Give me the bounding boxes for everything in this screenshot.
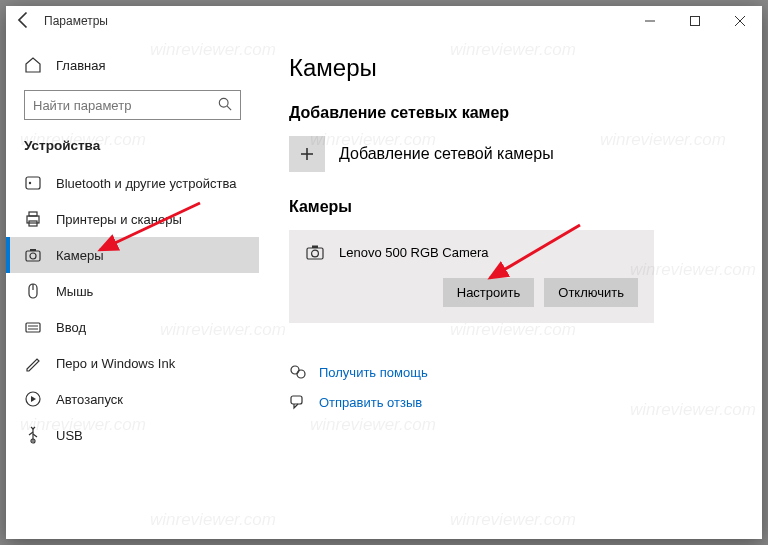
settings-window: Параметры Главная — [6, 6, 762, 539]
titlebar: Параметры — [6, 6, 762, 36]
pen-icon — [24, 354, 42, 372]
search-input[interactable] — [33, 98, 218, 113]
svg-point-25 — [312, 250, 319, 257]
svg-rect-13 — [30, 249, 36, 251]
svg-point-4 — [219, 98, 228, 107]
content-pane: Камеры Добавление сетевых камер Добавлен… — [259, 36, 762, 539]
sidebar-home[interactable]: Главная — [6, 48, 259, 82]
svg-rect-16 — [26, 323, 40, 332]
minimize-button[interactable] — [627, 6, 672, 36]
mouse-icon — [24, 282, 42, 300]
sidebar-item-printers[interactable]: Принтеры и сканеры — [6, 201, 259, 237]
help-link[interactable]: Получить помощь — [319, 365, 428, 380]
feedback-link-row[interactable]: Отправить отзыв — [289, 393, 732, 411]
sidebar-item-typing[interactable]: Ввод — [6, 309, 259, 345]
svg-point-7 — [29, 182, 31, 184]
page-title: Камеры — [289, 54, 732, 82]
help-link-row[interactable]: Получить помощь — [289, 363, 732, 381]
keyboard-icon — [24, 318, 42, 336]
plus-icon — [289, 136, 325, 172]
svg-rect-1 — [690, 17, 699, 26]
back-button[interactable] — [14, 10, 34, 33]
maximize-button[interactable] — [672, 6, 717, 36]
usb-icon — [24, 426, 42, 444]
sidebar-item-cameras[interactable]: Камеры — [6, 237, 259, 273]
svg-rect-9 — [29, 212, 37, 216]
sidebar-category: Устройства — [6, 134, 259, 165]
section-cameras-title: Камеры — [289, 198, 732, 216]
add-network-camera-label: Добавление сетевой камеры — [339, 145, 554, 163]
window-title: Параметры — [44, 14, 108, 28]
autoplay-icon — [24, 390, 42, 408]
svg-point-28 — [297, 370, 305, 378]
svg-line-5 — [227, 106, 231, 110]
sidebar-item-label: Bluetooth и другие устройства — [56, 176, 236, 191]
bluetooth-icon — [24, 174, 42, 192]
feedback-link[interactable]: Отправить отзыв — [319, 395, 422, 410]
sidebar-item-usb[interactable]: USB — [6, 417, 259, 453]
camera-card[interactable]: Lenovo 500 RGB Camera Настроить Отключит… — [289, 230, 654, 323]
svg-rect-26 — [312, 246, 318, 249]
sidebar-item-autoplay[interactable]: Автозапуск — [6, 381, 259, 417]
add-network-camera-row[interactable]: Добавление сетевой камеры — [289, 136, 732, 172]
disable-button[interactable]: Отключить — [544, 278, 638, 307]
home-icon — [24, 56, 42, 74]
printer-icon — [24, 210, 42, 228]
sidebar-item-label: Камеры — [56, 248, 104, 263]
feedback-icon — [289, 393, 307, 411]
camera-icon — [305, 242, 325, 262]
configure-button[interactable]: Настроить — [443, 278, 535, 307]
svg-rect-6 — [26, 177, 40, 189]
camera-name: Lenovo 500 RGB Camera — [339, 245, 489, 260]
sidebar-item-bluetooth[interactable]: Bluetooth и другие устройства — [6, 165, 259, 201]
svg-rect-29 — [291, 396, 302, 404]
sidebar-item-label: Мышь — [56, 284, 93, 299]
camera-icon — [24, 246, 42, 264]
search-icon — [218, 97, 232, 114]
sidebar: Главная Устройства Bluetooth и другие ус… — [6, 36, 259, 539]
close-button[interactable] — [717, 6, 762, 36]
svg-point-12 — [30, 253, 36, 259]
sidebar-item-label: Автозапуск — [56, 392, 123, 407]
search-box[interactable] — [24, 90, 241, 120]
sidebar-home-label: Главная — [56, 58, 105, 73]
sidebar-item-label: USB — [56, 428, 83, 443]
sidebar-item-mouse[interactable]: Мышь — [6, 273, 259, 309]
section-add-title: Добавление сетевых камер — [289, 104, 732, 122]
sidebar-item-label: Перо и Windows Ink — [56, 356, 175, 371]
help-icon — [289, 363, 307, 381]
sidebar-item-pen[interactable]: Перо и Windows Ink — [6, 345, 259, 381]
sidebar-item-label: Принтеры и сканеры — [56, 212, 182, 227]
sidebar-item-label: Ввод — [56, 320, 86, 335]
